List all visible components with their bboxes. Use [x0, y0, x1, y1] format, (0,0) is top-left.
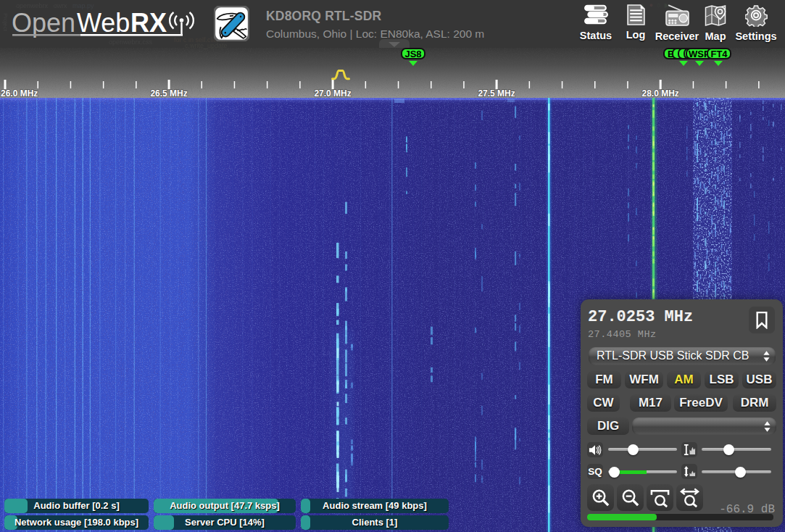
svg-text:26.5 MHz: 26.5 MHz	[150, 88, 187, 98]
svg-text:27.5 MHz: 27.5 MHz	[478, 88, 515, 98]
svg-text:26.0 MHz: 26.0 MHz	[1, 88, 38, 98]
svg-text:27.0 MHz: 27.0 MHz	[314, 88, 351, 98]
svg-text:28.0 MHz: 28.0 MHz	[642, 88, 679, 98]
